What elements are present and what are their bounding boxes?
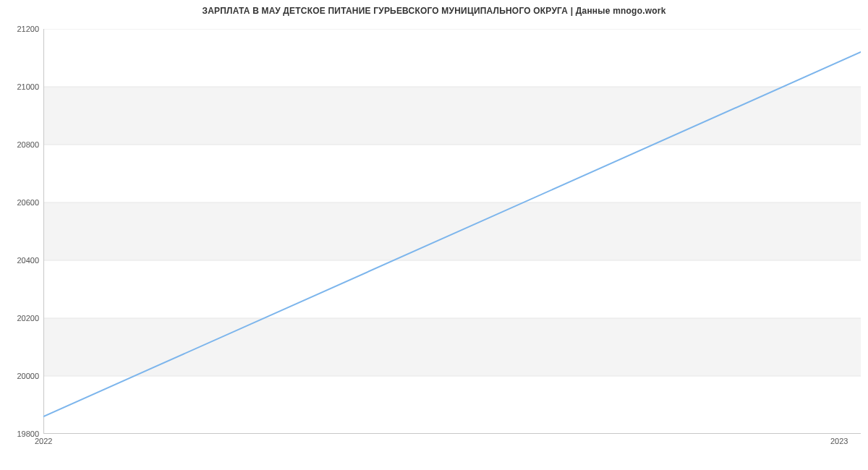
y-tick-label: 20800	[3, 140, 39, 149]
plot-svg	[43, 29, 861, 434]
chart-title: ЗАРПЛАТА В МАУ ДЕТСКОЕ ПИТАНИЕ ГУРЬЕВСКО…	[0, 6, 868, 16]
y-tick-label: 20200	[3, 314, 39, 322]
y-tick-label: 21200	[3, 25, 39, 33]
y-tick-label: 21000	[3, 82, 39, 91]
y-tick-label: 20400	[3, 256, 39, 265]
y-tick-label: 20600	[3, 198, 39, 207]
line-chart: ЗАРПЛАТА В МАУ ДЕТСКОЕ ПИТАНИЕ ГУРЬЕВСКО…	[0, 0, 868, 470]
svg-rect-1	[43, 202, 861, 260]
x-tick-label: 2023	[830, 437, 848, 445]
svg-rect-0	[43, 318, 861, 376]
x-tick-label: 2022	[35, 437, 52, 445]
plot-area	[43, 29, 861, 434]
y-tick-label: 20000	[3, 372, 39, 380]
svg-rect-2	[43, 87, 861, 145]
y-tick-label: 19800	[3, 430, 39, 438]
